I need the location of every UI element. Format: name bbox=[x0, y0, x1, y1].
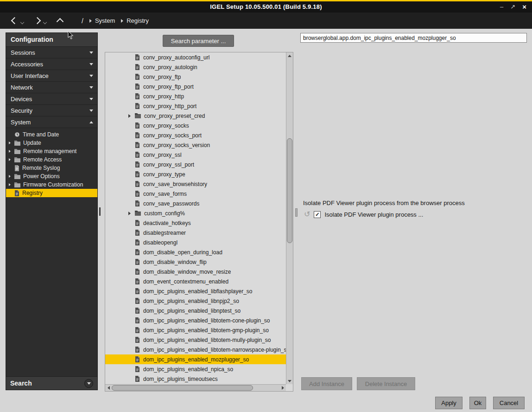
up-button[interactable] bbox=[55, 15, 65, 26]
file-icon bbox=[135, 181, 140, 187]
sidebar-category-devices[interactable]: Devices bbox=[6, 93, 97, 105]
close-button[interactable]: × bbox=[522, 3, 526, 11]
back-button[interactable] bbox=[9, 15, 19, 26]
reset-to-default-icon[interactable]: ↺ bbox=[304, 211, 310, 218]
expand-icon bbox=[89, 52, 93, 54]
registry-item[interactable]: dom_ipc_plugins_enabled_npica_so bbox=[105, 364, 286, 374]
search-section[interactable]: Search bbox=[6, 376, 97, 390]
registry-item[interactable]: deactivate_hotkeys bbox=[105, 218, 286, 228]
sidebar-category-accessories[interactable]: Accessories bbox=[6, 58, 97, 70]
expand-icon[interactable] bbox=[9, 183, 11, 186]
horizontal-scrollbar[interactable] bbox=[105, 384, 286, 391]
registry-item[interactable]: conv_proxy_type bbox=[105, 169, 286, 179]
registry-item[interactable]: conv_proxy_ssl bbox=[105, 150, 286, 160]
minimize-button[interactable]: – bbox=[500, 3, 503, 11]
registry-item[interactable]: dom_ipc_plugins_enabled_libnptest_so bbox=[105, 306, 286, 315]
sidebar-tree-item-power-options[interactable]: Power Options bbox=[6, 172, 97, 180]
registry-item[interactable]: dom_ipc_plugins_enabled_libtotem-mully-p… bbox=[105, 335, 286, 345]
cancel-button[interactable]: Cancel bbox=[493, 397, 525, 409]
registry-item-label: disablegstreamer bbox=[143, 230, 186, 236]
add-instance-button[interactable]: Add Instance bbox=[301, 377, 352, 390]
search-expand-button[interactable] bbox=[84, 379, 93, 388]
registry-item[interactable]: conv_proxy_ftp bbox=[105, 72, 286, 82]
registry-item[interactable]: conv_proxy_socks bbox=[105, 121, 286, 130]
expand-icon[interactable] bbox=[128, 212, 131, 215]
search-parameter-button[interactable]: Search parameter ... bbox=[163, 35, 234, 47]
titlebar: IGEL Setup 10.05.500.01 (Build 5.9.18) –… bbox=[0, 0, 532, 13]
apply-button[interactable]: Apply bbox=[435, 397, 462, 409]
scroll-left-button[interactable] bbox=[105, 385, 112, 391]
registry-item[interactable]: dom_disable_open_during_load bbox=[105, 247, 286, 257]
registry-item[interactable]: dom_ipc_plugins_enabled_libtotem-gmp-plu… bbox=[105, 325, 286, 335]
expand-icon[interactable] bbox=[9, 142, 11, 144]
registry-item[interactable]: disableopengl bbox=[105, 238, 286, 247]
registry-item[interactable]: dom_ipc_plugins_enabled_libtotem-narrows… bbox=[105, 345, 286, 354]
registry-item[interactable]: conv_proxy_socks_version bbox=[105, 140, 286, 150]
registry-item[interactable]: conv_save_forms bbox=[105, 189, 286, 199]
expand-icon[interactable] bbox=[128, 114, 131, 118]
delete-instance-button[interactable]: Delete Instance bbox=[357, 377, 415, 390]
ok-button[interactable]: Ok bbox=[469, 397, 486, 409]
restore-button[interactable]: ↗ bbox=[510, 3, 515, 11]
sidebar-splitter-handle[interactable] bbox=[99, 207, 101, 216]
registry-item[interactable]: conv_save_passwords bbox=[105, 199, 286, 208]
registry-item[interactable]: dom_ipc_plugins_enabled_libflashplayer_s… bbox=[105, 286, 286, 296]
sidebar-category-security[interactable]: Security bbox=[6, 105, 97, 116]
file-icon bbox=[135, 230, 140, 236]
scroll-up-button[interactable] bbox=[286, 52, 293, 59]
expand-icon[interactable] bbox=[9, 158, 11, 161]
registry-item[interactable]: conv_proxy_preset_cred bbox=[105, 111, 286, 121]
registry-item[interactable]: conv_proxy_ftp_port bbox=[105, 82, 286, 91]
sidebar-tree-item-remote-syslog[interactable]: Remote Syslog bbox=[6, 164, 97, 172]
registry-item[interactable]: custom_config% bbox=[105, 208, 286, 218]
expand-icon[interactable] bbox=[9, 150, 11, 153]
registry-item[interactable]: conv_proxy_socks_port bbox=[105, 130, 286, 140]
registry-item[interactable]: conv_proxy_http bbox=[105, 91, 286, 101]
registry-item[interactable]: disablegstreamer bbox=[105, 228, 286, 238]
back-history-dropdown-icon[interactable] bbox=[20, 20, 24, 24]
horizontal-scrollbar-thumb[interactable] bbox=[112, 385, 253, 391]
vertical-scrollbar[interactable] bbox=[286, 52, 293, 384]
sidebar-tree-item-registry[interactable]: Registry bbox=[6, 189, 97, 197]
registry-item[interactable]: conv_proxy_autoconfig_url bbox=[105, 52, 286, 62]
sidebar-tree-item-remote-access[interactable]: Remote Access bbox=[6, 155, 97, 164]
vertical-scrollbar-thumb[interactable] bbox=[287, 138, 292, 243]
registry-item[interactable]: dom_ipc_plugins_timeoutsecs bbox=[105, 374, 286, 384]
breadcrumb-system[interactable]: System bbox=[95, 17, 115, 24]
registry-item[interactable]: conv_save_browsehistory bbox=[105, 179, 286, 189]
registry-item[interactable]: dom_disable_window_move_resize bbox=[105, 267, 286, 277]
registry-item-label: conv_proxy_ssl_port bbox=[143, 161, 194, 168]
parameter-path-field[interactable] bbox=[300, 33, 527, 43]
sidebar-category-sessions[interactable]: Sessions bbox=[6, 47, 97, 58]
panel-splitter-handle[interactable] bbox=[295, 208, 298, 217]
registry-item[interactable]: conv_proxy_autologin bbox=[105, 62, 286, 72]
sidebar-tree-item-remote-management[interactable]: Remote management bbox=[6, 147, 97, 155]
registry-item[interactable]: dom_disable_window_flip bbox=[105, 257, 286, 267]
checkbox-label: Isolate PDF Viewer plugin process ... bbox=[324, 211, 423, 218]
tree-item-label: Remote management bbox=[23, 148, 76, 154]
registry-item-label: conv_proxy_type bbox=[143, 171, 185, 178]
scroll-down-button[interactable] bbox=[286, 378, 293, 384]
sidebar-category-network[interactable]: Network bbox=[6, 82, 97, 93]
sidebar-category-user-interface[interactable]: User Interface bbox=[6, 70, 97, 82]
breadcrumb-registry[interactable]: Registry bbox=[127, 17, 149, 24]
isolate-pdf-checkbox[interactable]: ✓ bbox=[314, 211, 321, 218]
sidebar-category-system[interactable]: System bbox=[6, 116, 97, 128]
scroll-right-button[interactable] bbox=[279, 385, 286, 391]
breadcrumb-root[interactable]: / bbox=[82, 17, 83, 25]
registry-item[interactable]: dom_ipc_plugins_enabled_libnpjp2_so bbox=[105, 296, 286, 306]
expand-icon[interactable] bbox=[9, 175, 11, 178]
forward-history-dropdown-icon[interactable] bbox=[43, 20, 47, 24]
forward-button[interactable] bbox=[32, 15, 42, 26]
sidebar-tree-item-time-and-date[interactable]: Time and Date bbox=[6, 130, 97, 139]
registry-item[interactable]: dom_event_contextmenu_enabled bbox=[105, 277, 286, 286]
tree-item-label: Time and Date bbox=[23, 131, 59, 138]
registry-item[interactable]: conv_proxy_http_port bbox=[105, 101, 286, 111]
registry-item[interactable]: conv_proxy_ssl_port bbox=[105, 160, 286, 169]
search-label: Search bbox=[10, 380, 32, 387]
sidebar-tree-item-update[interactable]: Update bbox=[6, 139, 97, 147]
registry-item[interactable]: dom_ipc_plugins_enabled_mozplugger_so bbox=[105, 354, 286, 364]
sidebar-tree-item-firmware-customization[interactable]: Firmware Customization bbox=[6, 180, 97, 189]
registry-item[interactable]: dom_ipc_plugins_enabled_libtotem-cone-pl… bbox=[105, 315, 286, 325]
registry-item-label: conv_proxy_http_port bbox=[143, 103, 196, 109]
